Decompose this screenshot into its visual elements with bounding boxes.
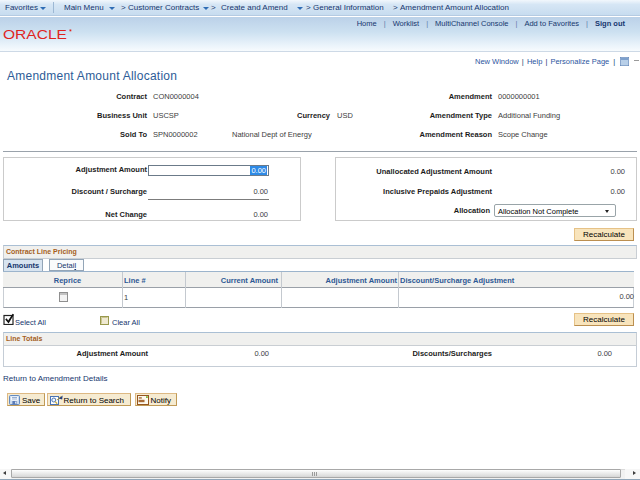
svg-text:ORACLE: ORACLE	[3, 28, 67, 42]
